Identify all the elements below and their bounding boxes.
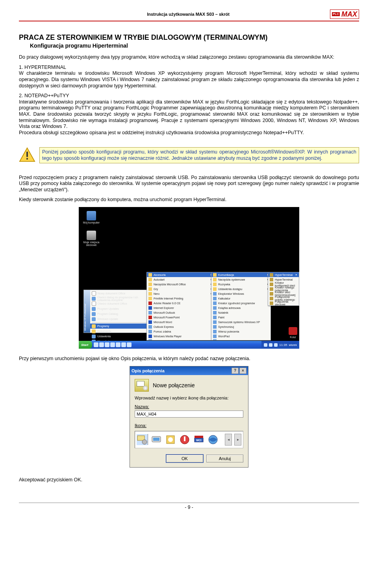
paragraph-accept: Akceptować przyciskiem OK. [19,477,359,483]
section-heading: PRACA ZE STEROWNIKIEM W TRYBIE DIALOGOWY… [19,33,359,42]
icon-picker[interactable]: MCI ◂ ▸ [135,431,243,448]
start-menu[interactable]: Windows XP Professional Nowy dokument Of… [83,290,150,333]
name-field-label: Nazwa: [135,404,149,409]
icon-scroll-left[interactable]: ◂ [225,434,232,446]
warning-icon [19,147,35,164]
desktop-network-places-icon[interactable]: Moje miejsca sieciowe [83,231,100,246]
dialog-title-text: Opis połączenia [132,368,231,373]
xp-strip-label: Windows XP Professional [84,304,90,331]
desktop-icon-label: Mój komputer [83,221,100,224]
conn-icon-option[interactable] [151,434,162,445]
paragraph-procedure: Procedura obsługi szczegółowo opisana je… [19,130,359,136]
accessories-submenu[interactable]: Komunikacja▸ Narzędzia systemowe▸ Rozryw… [211,272,271,340]
conn-icon-option[interactable]: MCI [193,434,204,445]
dialog-prompt: Wprowadź nazwę i wybierz ikonę dla połąc… [135,396,243,400]
list-heading-2: 2. NOTEPAD++PuTYY [19,93,359,99]
start-menu-programs[interactable]: Programy▸ [90,324,150,329]
conn-icon-option[interactable] [165,434,176,445]
quick-launch[interactable] [92,342,133,347]
paragraph-notepad: Interaktywne środowisko programowania i … [19,99,359,130]
header-title: Instrukcja użytkowania MAX S03 – skrót [46,9,330,17]
svg-rect-1 [26,152,28,157]
dialog-help-button[interactable]: ? [232,368,239,374]
tray-clock: 11:35 [279,343,287,347]
desktop-icon-label: Moje miejsca sieciowe [83,241,100,246]
brand-logo: PLC MAX [330,9,359,19]
svg-point-4 [142,440,147,444]
page-header: Instrukcja użytkowania MAX S03 – skrót P… [19,9,359,22]
desktop-icon-label: Kosz [287,336,298,338]
svg-rect-12 [195,436,203,438]
paragraph-intro: Do pracy dialogowej wykorzystujemy dwa t… [19,54,359,61]
svg-text:MCI: MCI [196,439,202,442]
programs-submenu[interactable]: Akcesoria▸ Autostart▸ Narzędzia Microsof… [146,272,214,340]
desktop-recycle-bin-icon[interactable]: Kosz [287,327,298,338]
svg-rect-2 [26,158,28,159]
connection-name-input[interactable] [135,410,243,418]
logo-max: MAX [341,11,357,18]
system-tray[interactable]: 11:35 wtorek [261,341,299,349]
logo-plc: PLC [332,12,340,16]
conn-icon-option[interactable] [137,434,148,445]
dialog-header: Nowe połączenie [153,382,195,388]
paragraph-first-run: Przy pierwszym uruchomieniu pojawi się o… [19,356,359,362]
dialog-close-button[interactable]: × [239,368,246,374]
icon-scroll-right[interactable]: ▸ [234,434,241,446]
connection-icon [135,379,149,392]
paragraph-run: Kiedy sterownik zostanie podłączony do k… [19,197,359,203]
page-footer: - 9 - [19,503,359,510]
screenshot-desktop: Mój komputer Moje miejsca sieciowe Kosz … [79,207,299,349]
icon-field-label: Ikona: [135,423,146,428]
accessories-communication[interactable]: Komunikacja▸ [211,272,271,277]
screenshot-connection-dialog: Opis połączenia ? × Nowe połączenie Wpro… [130,366,248,468]
programs-accessories[interactable]: Akcesoria▸ [147,272,214,277]
conn-icon-option[interactable] [208,434,219,445]
ok-button[interactable]: OK [166,455,203,462]
svg-rect-6 [153,438,159,441]
warning-text: Poniżej podano sposób konfiguracji progr… [39,147,359,163]
taskbar: Start 11:35 wtorek [79,341,299,349]
conn-icon-option[interactable] [179,434,190,445]
svg-point-8 [168,437,173,442]
dialog-titlebar: Opis połączenia ? × [130,366,248,375]
tray-date: wtorek [289,344,297,346]
list-heading-1: 1. HYPERTERMINAL [19,65,359,71]
desktop-my-computer-icon[interactable]: Mój komputer [83,211,100,224]
paragraph-before-start: Przed rozpoczęciem pracy z programem nal… [19,175,359,193]
hyperterminal-folder[interactable]: HyperTerminal▸ [268,272,299,277]
start-button[interactable]: Start [79,341,92,349]
cancel-button[interactable]: Anuluj [206,455,243,462]
warning-block: Poniżej podano sposób konfiguracji progr… [19,147,359,164]
communication-submenu[interactable]: HyperTerminal▸ HyperTerminal Kreator kon… [268,272,299,306]
paragraph-hyperterminal: W charakterze terminalu w środowisku Mic… [19,70,359,89]
svg-rect-10 [184,436,185,441]
section-subheading: Konfiguracja programu Hiperterminal [30,43,359,49]
